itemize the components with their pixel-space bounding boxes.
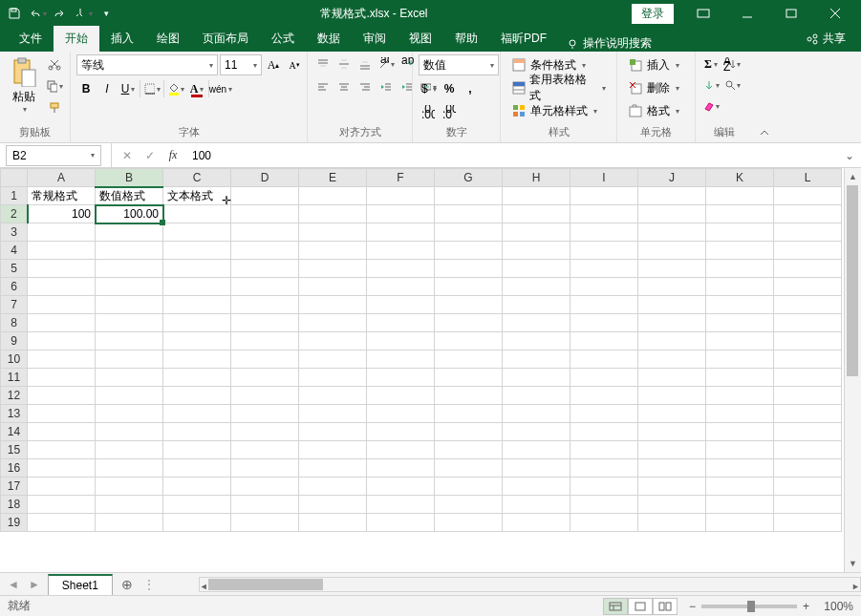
comma-format-icon[interactable]: ,: [461, 79, 480, 98]
col-header[interactable]: B: [96, 169, 163, 187]
row-header[interactable]: 18: [1, 496, 28, 514]
cell[interactable]: [367, 332, 435, 350]
font-color-icon[interactable]: A▾: [187, 79, 206, 98]
row-header[interactable]: 4: [1, 242, 28, 260]
fx-icon[interactable]: fx: [161, 145, 184, 166]
redo-icon[interactable]: [50, 3, 71, 24]
scroll-left-icon[interactable]: ◄: [200, 578, 208, 595]
cell[interactable]: [774, 423, 842, 441]
cell[interactable]: [503, 478, 570, 496]
col-header[interactable]: I: [570, 169, 638, 187]
col-header[interactable]: F: [367, 169, 435, 187]
ribbon-display-icon[interactable]: [681, 0, 725, 27]
col-header[interactable]: G: [435, 169, 503, 187]
cell-active[interactable]: 100.00: [96, 205, 163, 223]
cell[interactable]: [570, 242, 638, 260]
cell[interactable]: [638, 478, 706, 496]
italic-button[interactable]: I: [97, 79, 117, 98]
cell[interactable]: [774, 369, 842, 387]
cell[interactable]: [570, 459, 638, 478]
cell[interactable]: [570, 423, 638, 441]
cell[interactable]: [367, 478, 435, 496]
delete-cells-button[interactable]: 删除▾: [623, 77, 684, 98]
tab-review[interactable]: 审阅: [352, 26, 398, 52]
cell[interactable]: [638, 242, 706, 260]
cell[interactable]: [706, 478, 774, 496]
cell[interactable]: [638, 187, 706, 205]
cell[interactable]: [231, 187, 299, 205]
cell[interactable]: [28, 405, 96, 423]
cell[interactable]: [28, 350, 96, 369]
copy-icon[interactable]: ▾: [45, 76, 64, 96]
name-box[interactable]: B2▾: [6, 145, 101, 166]
cell[interactable]: [774, 332, 842, 350]
cell[interactable]: [299, 369, 367, 387]
cell[interactable]: [435, 405, 503, 423]
cell[interactable]: [231, 369, 299, 387]
cell[interactable]: [163, 242, 231, 260]
cell[interactable]: [435, 332, 503, 350]
cell[interactable]: [367, 405, 435, 423]
cell[interactable]: [774, 387, 842, 405]
cell[interactable]: [435, 242, 503, 260]
cell[interactable]: [570, 350, 638, 369]
cell[interactable]: [367, 187, 435, 205]
cell[interactable]: [638, 332, 706, 350]
cell[interactable]: [774, 205, 842, 223]
cell[interactable]: [299, 423, 367, 441]
cell[interactable]: [28, 242, 96, 260]
cell[interactable]: [435, 205, 503, 223]
row-header[interactable]: 3: [1, 223, 28, 242]
tab-file[interactable]: 文件: [8, 26, 54, 52]
cell[interactable]: [503, 187, 570, 205]
col-header[interactable]: H: [503, 169, 570, 187]
scroll-up-icon[interactable]: ▲: [845, 168, 861, 185]
cell[interactable]: [570, 496, 638, 514]
cell[interactable]: [638, 369, 706, 387]
cell[interactable]: [706, 350, 774, 369]
cell[interactable]: [570, 514, 638, 532]
cell[interactable]: [299, 187, 367, 205]
row-header[interactable]: 7: [1, 296, 28, 314]
collapse-ribbon-icon[interactable]: [753, 52, 776, 142]
fill-color-icon[interactable]: ▾: [166, 79, 185, 98]
cell[interactable]: [774, 514, 842, 532]
cell[interactable]: [367, 223, 435, 242]
cell[interactable]: [367, 350, 435, 369]
row-header[interactable]: 15: [1, 441, 28, 459]
autosum-icon[interactable]: Σ▾: [701, 54, 721, 74]
cell[interactable]: [638, 496, 706, 514]
cell[interactable]: [367, 496, 435, 514]
zoom-in-button[interactable]: +: [803, 600, 809, 613]
cell[interactable]: [28, 296, 96, 314]
cell[interactable]: [299, 314, 367, 332]
horizontal-scrollbar[interactable]: ◄ ►: [199, 577, 861, 592]
cell[interactable]: [435, 369, 503, 387]
cell[interactable]: [503, 260, 570, 278]
cell[interactable]: [435, 441, 503, 459]
cancel-formula-icon[interactable]: ✕: [116, 145, 139, 166]
cell[interactable]: [706, 405, 774, 423]
undo-icon[interactable]: ▾: [27, 3, 48, 24]
tab-home[interactable]: 开始: [54, 26, 99, 52]
cell[interactable]: [96, 496, 163, 514]
cell[interactable]: [570, 223, 638, 242]
number-format-combo[interactable]: 数值▾: [419, 54, 499, 75]
clear-icon[interactable]: ▾: [701, 96, 721, 116]
cell[interactable]: [570, 205, 638, 223]
cell[interactable]: [503, 423, 570, 441]
cell[interactable]: [231, 350, 299, 369]
cut-icon[interactable]: [45, 54, 64, 74]
cell[interactable]: [503, 369, 570, 387]
cell[interactable]: [570, 441, 638, 459]
tab-formulas[interactable]: 公式: [260, 26, 306, 52]
cell[interactable]: [638, 459, 706, 478]
phonetic-icon[interactable]: wén▾: [211, 79, 230, 98]
cell[interactable]: [28, 369, 96, 387]
cell[interactable]: [774, 350, 842, 369]
cell[interactable]: [231, 478, 299, 496]
cell[interactable]: [367, 278, 435, 296]
cell[interactable]: [706, 314, 774, 332]
cell[interactable]: [367, 459, 435, 478]
tab-insert[interactable]: 插入: [99, 26, 145, 52]
